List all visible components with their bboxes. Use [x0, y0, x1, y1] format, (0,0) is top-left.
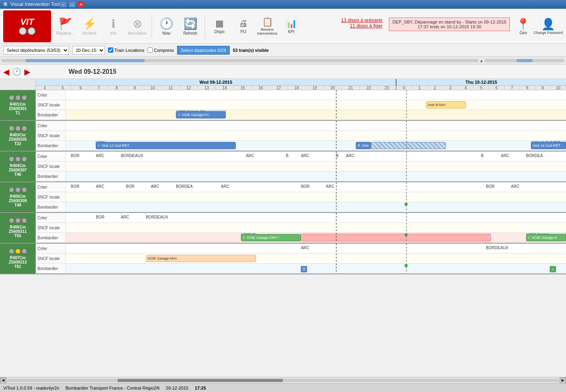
hscroll-track[interactable]	[7, 379, 559, 382]
gantt-cells	[66, 90, 566, 100]
gantt-bar[interactable]: Voie B-MAI	[426, 101, 466, 108]
train-group: R407CmZ5600313T61CriterARCBORDEAUXSNCF l…	[0, 244, 566, 274]
gantt-cells: BORARCBORDEAUX	[66, 213, 566, 223]
gantt-cells	[66, 192, 566, 202]
rapatrie-button[interactable]: 🚩 Rapatrie...	[54, 12, 77, 41]
criter-text: ARC	[121, 215, 129, 219]
flag-icon: 🚩	[59, 17, 73, 30]
navbar: ◀ 🕐 ▶ Wed 09-12-2015	[0, 65, 566, 79]
refresh-button[interactable]: 🔄 Refresh	[179, 12, 201, 41]
row-type-label: Bombardier	[36, 110, 66, 120]
scroll-track-right[interactable]	[485, 59, 564, 62]
toolbar-buttons: 🚩 Rapatrie... ⚡ Incident ℹ Info ⊗ Annula…	[54, 12, 302, 41]
row-type-label: Bombardier	[36, 141, 66, 150]
besoins-icon: 📋	[262, 17, 273, 27]
row-type-label: Criter	[36, 182, 66, 192]
bottom-scrollbar: ◀ ▶	[0, 377, 566, 383]
row-type-label: SNCF locale	[36, 254, 66, 263]
interventions-button[interactable]: 📋 BesoinsInterventions	[256, 12, 278, 41]
gantt-bar[interactable]	[301, 234, 491, 241]
dispo-figer-link[interactable]: 11 dispo à figer	[350, 23, 383, 29]
gantt-cells: ARCBORDEAUX	[66, 244, 566, 253]
nav-back-button[interactable]: ◀	[3, 67, 9, 77]
criter-text: BOR	[126, 184, 134, 189]
scroll-thumb[interactable]	[26, 59, 145, 62]
gantt-bar[interactable]: VOIE Garage-MAI	[146, 255, 256, 262]
gantt-bar[interactable]: Voie 14 Sud-RET	[531, 142, 566, 149]
criter-text: BOR	[71, 184, 80, 189]
gantt-cells	[66, 121, 566, 130]
kpi-icon: 📊	[286, 18, 297, 29]
gantt-bar[interactable]: ✗ Voie 14 Sud-RET	[356, 142, 371, 149]
dispocode-button[interactable]: Select dispocodes 0/29	[177, 46, 230, 55]
dispo-icon: ▦	[215, 18, 224, 29]
gantt-bar[interactable]: ✓ VOIE Garage-FC	[176, 111, 226, 118]
top-right-info: 13 dispo à préparer 11 dispo à figer DEP…	[341, 18, 563, 35]
row-type-label: Criter	[36, 213, 66, 223]
train-visible-count: 53 train(s) visible	[233, 48, 269, 53]
kpi-button[interactable]: 📊 KPI	[280, 12, 302, 41]
company-label: Bombardier Transport France - Contrat Ré…	[65, 386, 159, 390]
criter-text: BORDEAUX	[486, 246, 508, 250]
train-locations-checkbox-label: Train Locations	[108, 47, 144, 53]
hscroll-thumb[interactable]	[118, 379, 283, 382]
gantt-bar[interactable]: ✓ VOIE Garage-DEP *	[241, 234, 301, 241]
dispo-button[interactable]: ▦ Dispo	[208, 12, 231, 41]
gantt-row: BombardierVoie 14 Sud-RET✓ Voie 14 Sud-R…	[36, 141, 566, 151]
gantt-cells: VOIE Garage-FC✓ VOIE Garage-FC	[66, 110, 566, 120]
row-type-label: SNCF locale	[36, 131, 66, 140]
date-select[interactable]: 20-Dec-15	[72, 46, 105, 55]
gantt-bar[interactable]	[371, 142, 446, 149]
cancel-icon: ⊗	[133, 17, 142, 30]
info-button[interactable]: ℹ Info	[102, 12, 124, 41]
main-content: Wed 09-12-201545678910111213141516171819…	[0, 79, 566, 383]
gantt-row: SNCF locale	[36, 192, 566, 202]
depot-trains-select[interactable]: Select dépôts/trains (53/53)	[3, 46, 69, 55]
gantt-cells: Voie B-MAI	[66, 100, 566, 110]
row-type-label: Bombardier	[36, 202, 66, 212]
window-controls: − □ ✕	[60, 1, 85, 8]
nav-forward-button[interactable]: ▶	[24, 67, 30, 77]
criter-text: BOR	[486, 184, 495, 189]
train-info: R406CmZ5600311T55	[0, 213, 36, 243]
scroll-track[interactable]	[2, 59, 478, 62]
criter-text: BORDEAUX	[146, 215, 168, 219]
gantt-row: SNCF localeVOIE Garage-MAI	[36, 254, 566, 264]
password-icon: 👤	[541, 18, 555, 31]
dispo-prepare-link[interactable]: 13 dispo à préparer	[341, 18, 383, 23]
scroll-thumb-right[interactable]	[517, 59, 532, 62]
change-password-button[interactable]: 👤 Change Password	[533, 18, 563, 35]
time-header: Wed 09-12-201545678910111213141516171819…	[0, 79, 566, 90]
scroll-right-button[interactable]: ▶	[560, 377, 566, 384]
nav-clock-icon[interactable]: 🕐	[12, 67, 21, 76]
now-button[interactable]: 🕐 Now	[155, 12, 177, 41]
maximize-button[interactable]: □	[69, 1, 76, 8]
gantt-cells: BORARCBORDEAUXARCBARCBARCBARCBORDEA	[66, 152, 566, 161]
train-info: R407CmZ5600313T61	[0, 244, 36, 274]
statusbar: ViTool 1.0.0.59 - readonlyr2n Bombardier…	[0, 383, 566, 392]
info-icon: ℹ	[111, 17, 116, 30]
pij-button[interactable]: 🖨 PIJ	[232, 12, 254, 41]
minimize-button[interactable]: −	[60, 1, 67, 8]
row-type-label: Criter	[36, 152, 66, 161]
criter-text: B	[481, 154, 484, 158]
incident-button[interactable]: ⚡ Incident	[78, 12, 101, 41]
train-locations-checkbox[interactable]	[108, 47, 113, 53]
train-rows: CriterBORARCBORARCBORDEAARCBORARCBORARCS…	[36, 182, 566, 212]
compress-checkbox[interactable]	[148, 47, 153, 53]
gantt-bar[interactable]: ✓ Voie 14 Sud-RET	[96, 142, 236, 149]
compress-checkbox-label: Compress	[148, 47, 174, 53]
gantt-cells: V✓	[66, 264, 566, 273]
scroll-left-button[interactable]: ◀	[0, 377, 6, 384]
gantt-bar[interactable]: ✓ VOIE Garage-D	[526, 234, 566, 241]
row-type-label: Bombardier	[36, 171, 66, 181]
geo-button[interactable]: 📍 Geo	[516, 18, 530, 35]
gantt-row: CriterBORARCBORDEAUXARCBARCBARCBARCBORDE…	[36, 152, 566, 162]
app-icon: 🛠	[3, 2, 8, 7]
annulation-button[interactable]: ⊗ Annulation	[126, 12, 148, 41]
train-rows: CriterARCBORDEAUXSNCF localeVOIE Garage-…	[36, 244, 566, 274]
criter-text: ARC	[301, 246, 309, 250]
close-button[interactable]: ✕	[77, 1, 85, 8]
train-group: R404CmZ5600307T46CriterBORARCBORDEAUXARC…	[0, 152, 566, 182]
app-title: Visual Intervention Tool	[10, 2, 60, 7]
